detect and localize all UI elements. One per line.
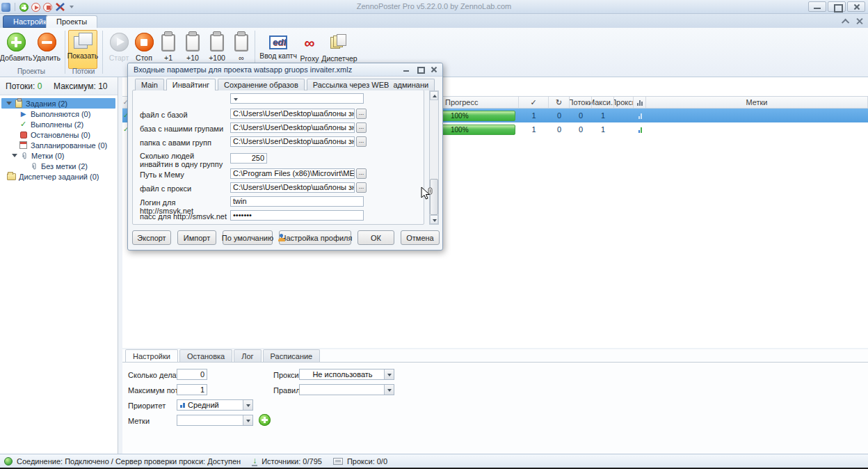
chevron-down-icon[interactable]	[243, 415, 252, 425]
start-icon	[110, 33, 129, 51]
dialog-minimize-icon[interactable]	[402, 66, 410, 73]
groups-base-input[interactable]: C:\Users\User\Desktop\шаблоны зно\wa\баз…	[230, 122, 355, 133]
tree-item-labels[interactable]: Метки (0)	[10, 150, 65, 161]
dialog-tab-save-images[interactable]: Сохранение образов	[218, 79, 305, 90]
column-progress[interactable]: Прогресс	[440, 97, 519, 108]
paperclip-icon	[19, 151, 29, 160]
tree-item-tasks[interactable]: Задания (2)	[1, 98, 115, 109]
bottom-panel: Настройки Остановка Лог Расписание Сколь…	[122, 349, 868, 454]
base-file-input[interactable]: C:\Users\User\Desktop\шаблоны зно\wa\баз…	[230, 109, 355, 119]
column-chart[interactable]	[634, 97, 646, 108]
dialog-close-icon[interactable]	[430, 66, 438, 73]
threads-cell: 0	[570, 125, 592, 134]
stop-icon	[19, 130, 28, 139]
tree-item-completed[interactable]: ✓ Выполнены (2)	[19, 119, 83, 129]
scroll-down-icon[interactable]	[430, 215, 438, 224]
browse-button[interactable]: ...	[356, 136, 367, 147]
field-label: Сколько людей инвайтин в одну группу	[140, 152, 229, 168]
captcha-icon: edf	[269, 35, 287, 49]
browse-button[interactable]: ...	[356, 182, 367, 193]
browse-button[interactable]: ...	[356, 122, 367, 133]
chevron-down-icon[interactable]	[384, 385, 394, 395]
group-separator	[102, 31, 103, 74]
chevron-down-icon[interactable]	[384, 369, 394, 379]
smsvk-password-input[interactable]: •••••••	[230, 210, 364, 221]
browse-button[interactable]: ...	[356, 109, 367, 119]
how-many-input[interactable]: 0	[177, 369, 207, 380]
threads-label: Потоки:	[6, 81, 35, 91]
cancel-button[interactable]: Отмена	[401, 230, 440, 245]
rules-select[interactable]	[299, 384, 394, 395]
tree-item-no-label[interactable]: Без метки (2)	[29, 161, 88, 171]
threads-value: 0	[38, 81, 42, 91]
avatars-folder-input[interactable]: C:\Users\User\Desktop\шаблоны зно\wa\авы	[230, 136, 355, 147]
tree-item-scheduled[interactable]: Запланированные (0)	[19, 140, 107, 150]
add-label-button[interactable]	[259, 414, 271, 426]
remove-button[interactable]: Удалить	[32, 30, 61, 69]
group-label-threads: Потоки	[67, 67, 100, 75]
group-label-projects: Проекты	[1, 67, 61, 75]
dialog-tab-web-mailing[interactable]: Рассылка через WEB админани	[307, 79, 435, 90]
priority-select[interactable]: Средний	[177, 399, 253, 411]
divider	[122, 362, 868, 363]
dispatcher-icon	[330, 34, 348, 52]
close-panel-icon[interactable]	[856, 18, 862, 24]
column-threads[interactable]: Потоки	[570, 97, 592, 108]
proxy-file-input[interactable]: C:\Users\User\Desktop\шаблоны зно\wa\pro…	[230, 182, 355, 193]
column-max[interactable]: Макси...	[592, 97, 614, 108]
chart-icon	[638, 127, 642, 133]
browse-button[interactable]: ...	[356, 168, 367, 179]
tab-schedule[interactable]: Расписание	[263, 349, 321, 362]
progress-cell: 100%	[440, 125, 519, 135]
proxy-status-text: Прокси: 0/0	[347, 457, 387, 466]
tree-item-stopped[interactable]: Остановлены (0)	[19, 129, 90, 140]
dialog-maximize-icon[interactable]	[416, 66, 424, 73]
smsvk-login-input[interactable]: twin	[230, 196, 364, 207]
tab-log[interactable]: Лог	[234, 349, 261, 362]
dialog-tabs: Main Инвайтинг Сохранение образов Рассыл…	[135, 79, 437, 90]
close-button[interactable]	[847, 1, 865, 12]
sidebar: Потоки: 0 Максимум: 10 Задания (2) ▶ Вып…	[0, 77, 118, 454]
labels-label: Метки	[128, 417, 150, 425]
tree-item-task-dispatcher[interactable]: Диспетчер заданий (0)	[7, 171, 99, 182]
labels-select[interactable]	[177, 415, 253, 426]
minimize-button[interactable]	[808, 1, 826, 12]
tree-item-running[interactable]: ▶ Выполняются (0)	[19, 109, 90, 119]
field-label: Путь к Мему	[140, 170, 229, 179]
memu-path-input[interactable]: C:\Program Files (x86)\Microvirt\MEmu\	[230, 168, 355, 179]
dialog-tab-inviting[interactable]: Инвайтинг	[166, 79, 216, 90]
add-button[interactable]: Добавить	[1, 30, 31, 69]
default-button[interactable]: По умолчанию	[223, 230, 273, 245]
column-proxy[interactable]: Прокси	[614, 97, 634, 108]
proxy-select[interactable]: Не использовать	[299, 369, 394, 380]
column-done[interactable]: ✓	[519, 97, 549, 108]
threads-cell: 0	[570, 111, 592, 120]
tab-stop-conditions[interactable]: Остановка	[179, 349, 232, 362]
status-bar: Соединение: Подключено / Сервер проверки…	[0, 454, 868, 468]
proxy-status-icon	[333, 458, 343, 465]
column-labels[interactable]: Метки	[646, 97, 868, 108]
chevron-down-icon[interactable]	[243, 400, 252, 410]
folder-icon	[7, 172, 16, 181]
scrolled-combo[interactable]	[230, 93, 364, 104]
invite-count-input[interactable]: 250	[230, 153, 267, 164]
export-button[interactable]: Экспорт	[132, 230, 171, 245]
expander-icon[interactable]	[12, 154, 17, 157]
clipboard-icon	[210, 34, 224, 51]
dialog-tab-main[interactable]: Main	[135, 79, 164, 90]
dialog-title[interactable]: Входные параметры для проекта watsapp gr…	[128, 63, 442, 77]
max-threads-input[interactable]: 1	[177, 384, 207, 395]
import-button[interactable]: Импорт	[177, 230, 216, 245]
show-button[interactable]: Показать	[68, 30, 97, 69]
profile-settings-button[interactable]: Настройка профиля	[279, 230, 351, 245]
expander-icon[interactable]	[6, 102, 12, 105]
tab-settings-bottom[interactable]: Настройки	[125, 349, 178, 362]
column-repeat[interactable]: ↻	[549, 97, 570, 108]
tab-projects[interactable]: Проекты	[46, 15, 97, 28]
maximize-button[interactable]	[828, 1, 846, 12]
ok-button[interactable]: ОК	[357, 230, 394, 245]
scroll-up-icon[interactable]	[430, 91, 438, 100]
max-cell: 1	[592, 125, 614, 134]
field-label: файл с базой	[140, 111, 229, 119]
dialog-scrollbar[interactable]	[429, 90, 439, 225]
